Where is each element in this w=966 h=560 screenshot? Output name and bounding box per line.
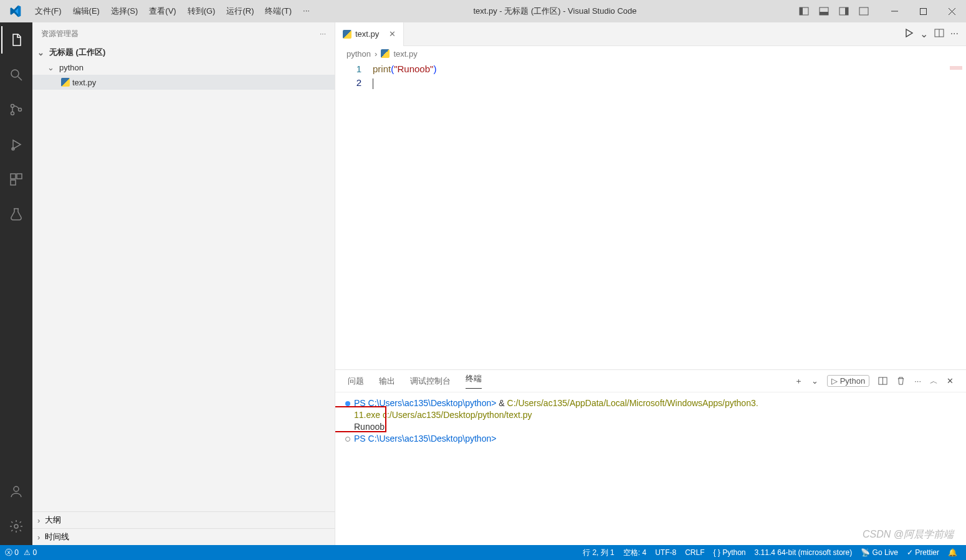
menu-run[interactable]: 运行(R)	[221, 3, 259, 19]
window-minimize[interactable]	[880, 0, 909, 22]
panel-tab-output[interactable]: 输出	[379, 376, 395, 387]
panel-close-icon[interactable]: ✕	[947, 376, 954, 386]
svg-rect-5	[845, 7, 848, 15]
idle-terminal-dot-icon	[345, 437, 350, 442]
layout-secondary-sidebar-icon[interactable]	[835, 2, 853, 20]
terminal-shell-label[interactable]: ▷ Python	[827, 375, 869, 387]
svg-point-21	[14, 524, 18, 528]
svg-rect-8	[920, 8, 926, 14]
titlebar: 文件(F) 编辑(E) 选择(S) 查看(V) 转到(G) 运行(R) 终端(T…	[0, 0, 966, 22]
source-control-icon[interactable]	[1, 96, 31, 123]
sidebar-more-icon[interactable]: ···	[320, 29, 326, 38]
timeline-section[interactable]: 时间线	[32, 528, 335, 545]
split-editor-icon[interactable]	[934, 28, 944, 40]
python-file-icon	[381, 49, 390, 58]
status-interpreter[interactable]: 3.11.4 64-bit (microsoft store)	[755, 548, 853, 557]
breadcrumb[interactable]: python› text.py	[335, 46, 966, 61]
layout-panel-icon[interactable]	[815, 2, 833, 20]
workspace-section[interactable]: 无标题 (工作区)	[32, 45, 335, 60]
svg-point-11	[11, 70, 19, 77]
editor-area: text.py ✕ ⌄ ··· python› text.py 1 2	[335, 22, 966, 545]
highlight-box	[335, 406, 386, 432]
tab-close-icon[interactable]: ✕	[389, 29, 396, 39]
run-debug-icon[interactable]	[1, 131, 31, 158]
svg-rect-17	[11, 174, 16, 179]
svg-line-12	[18, 77, 22, 80]
split-terminal-icon[interactable]	[878, 376, 887, 386]
outline-section[interactable]: 大纲	[32, 511, 335, 528]
search-icon[interactable]	[1, 61, 31, 88]
svg-rect-3	[820, 12, 828, 15]
terminal-output-runoob: Runoob	[345, 421, 956, 433]
svg-rect-18	[17, 174, 22, 179]
svg-point-20	[14, 486, 19, 491]
svg-rect-19	[11, 180, 16, 185]
status-prettier[interactable]: ✓ Prettier	[907, 548, 939, 557]
svg-point-13	[11, 105, 14, 108]
svg-rect-1	[800, 7, 803, 15]
menu-view[interactable]: 查看(V)	[144, 3, 181, 19]
tab-label: text.py	[355, 29, 379, 39]
code-line-1[interactable]: print("Runoob")	[373, 62, 966, 76]
menu-bar: 文件(F) 编辑(E) 选择(S) 查看(V) 转到(G) 运行(R) 终端(T…	[30, 3, 315, 19]
svg-point-14	[11, 112, 14, 115]
menu-file[interactable]: 文件(F)	[30, 3, 67, 19]
minimap[interactable]	[950, 66, 962, 70]
window-maximize[interactable]	[909, 0, 937, 22]
extensions-icon[interactable]	[1, 166, 31, 193]
status-warnings[interactable]: ⚠ 0	[24, 548, 37, 557]
editor-more-icon[interactable]: ···	[950, 28, 959, 40]
status-cursor-position[interactable]: 行 2, 列 1	[583, 548, 615, 558]
editor-tabs: text.py ✕ ⌄ ···	[335, 22, 966, 46]
testing-icon[interactable]	[1, 201, 31, 228]
status-errors[interactable]: ⓧ 0	[5, 548, 19, 558]
layout-primary-sidebar-icon[interactable]	[795, 2, 813, 20]
panel-maximize-icon[interactable]: ︿	[930, 376, 938, 387]
new-terminal-icon[interactable]: ＋	[795, 376, 803, 387]
window-title: text.py - 无标题 (工作区) - Visual Studio Code	[315, 6, 795, 17]
activity-bar	[0, 22, 32, 545]
terminal-dropdown-icon[interactable]: ⌄	[811, 376, 818, 386]
tab-text-py[interactable]: text.py ✕	[335, 22, 404, 46]
accounts-icon[interactable]	[1, 478, 31, 505]
status-indent[interactable]: 空格: 4	[623, 548, 646, 558]
run-file-icon[interactable]	[904, 28, 914, 40]
settings-gear-icon[interactable]	[1, 513, 31, 540]
file-text-py[interactable]: text.py	[32, 75, 335, 90]
run-dropdown-icon[interactable]: ⌄	[920, 28, 928, 40]
python-file-icon	[61, 78, 70, 87]
status-notifications-icon[interactable]: 🔔	[948, 548, 957, 557]
menu-go[interactable]: 转到(G)	[183, 3, 221, 19]
status-language[interactable]: { } Python	[713, 548, 745, 557]
status-go-live[interactable]: 📡 Go Live	[861, 548, 898, 557]
menu-more[interactable]: ···	[298, 3, 315, 19]
window-close[interactable]	[937, 0, 966, 22]
menu-edit[interactable]: 编辑(E)	[68, 3, 105, 19]
active-terminal-dot-icon	[345, 401, 350, 406]
code-editor[interactable]: 1 2 print("Runoob")	[335, 61, 966, 369]
terminal-body[interactable]: PS C:\Users\ac135\Desktop\python> & C:/U…	[335, 392, 966, 545]
explorer-sidebar: 资源管理器 ··· 无标题 (工作区) python text.py 大纲 时间…	[32, 22, 335, 545]
explorer-icon[interactable]	[1, 26, 31, 54]
svg-point-15	[19, 108, 22, 112]
sidebar-title: 资源管理器	[41, 29, 79, 39]
python-file-icon	[343, 30, 351, 39]
svg-rect-6	[859, 7, 868, 15]
panel-tab-terminal[interactable]: 终端	[466, 373, 482, 389]
menu-selection[interactable]: 选择(S)	[106, 3, 143, 19]
status-bar: ⓧ 0 ⚠ 0 行 2, 列 1 空格: 4 UTF-8 CRLF { } Py…	[0, 545, 966, 560]
panel-more-icon[interactable]: ···	[914, 376, 921, 386]
status-encoding[interactable]: UTF-8	[655, 548, 676, 557]
panel-tab-debug-console[interactable]: 调试控制台	[410, 376, 451, 387]
line-gutter: 1 2	[335, 61, 373, 369]
status-eol[interactable]: CRLF	[685, 548, 704, 557]
bottom-panel: 问题 输出 调试控制台 终端 ＋ ⌄ ▷ Python ··· ︿ ✕	[335, 369, 966, 545]
code-line-2[interactable]	[373, 76, 966, 90]
main-body: 资源管理器 ··· 无标题 (工作区) python text.py 大纲 时间…	[0, 22, 966, 545]
menu-terminal[interactable]: 终端(T)	[260, 3, 297, 19]
kill-terminal-icon[interactable]	[896, 376, 906, 386]
customize-layout-icon[interactable]	[855, 2, 873, 20]
panel-tab-problems[interactable]: 问题	[348, 376, 364, 387]
vscode-logo-icon	[0, 5, 30, 17]
folder-python[interactable]: python	[32, 60, 335, 75]
